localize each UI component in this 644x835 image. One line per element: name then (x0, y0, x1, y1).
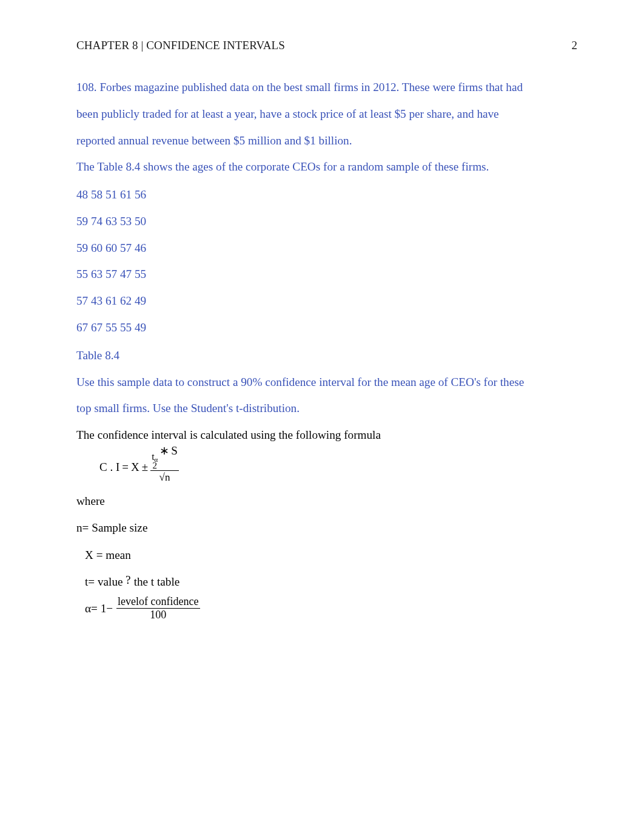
formula-alpha: α (155, 456, 158, 463)
confidence-interval-formula: C . I = X ± tα 2 ∗ S (76, 452, 577, 483)
intro-line-1: 108. Forbes magazine published data on t… (76, 74, 577, 101)
bottom-haze (0, 762, 644, 835)
alpha-numerator: levelof confidence (116, 596, 200, 609)
table-row: 55 63 57 47 55 (76, 261, 577, 288)
alpha-denominator: 100 (150, 609, 166, 621)
table-row: 57 43 61 62 49 (76, 288, 577, 314)
formula-lhs: C . I (99, 461, 119, 474)
formula-fraction: tα 2 ∗ S √n (150, 452, 179, 483)
formula-sqrt: √ (159, 472, 165, 483)
table-row: 48 58 51 61 56 (76, 181, 577, 208)
formula-n: n (165, 472, 170, 483)
page-number: 2 (572, 39, 578, 52)
def-t: t= value ¿ the t table (76, 569, 577, 595)
intro-line-3: reported annual revenue between $5 milli… (76, 127, 577, 154)
table-row: 59 74 63 53 50 (76, 208, 577, 235)
instruction-line-1: Use this sample data to construct a 90% … (76, 369, 577, 396)
def-t-suffix: the t table (131, 575, 179, 588)
intro-line-4: The Table 8.4 shows the ages of the corp… (76, 154, 577, 180)
formula-multiply: ∗ (159, 445, 169, 457)
formula-xbar: X (131, 461, 139, 474)
formula-pm: ± (142, 461, 148, 474)
table-label: Table 8.4 (76, 342, 577, 369)
table-row: 59 60 60 57 46 (76, 235, 577, 262)
intro-line-2: been publicly traded for at least a year… (76, 101, 577, 127)
formula-s: S (171, 445, 178, 457)
page-header-left: CHAPTER 8 | CONFIDENCE INTERVALS (76, 39, 285, 52)
where-label: where (76, 488, 577, 515)
alpha-label: α= 1− (85, 595, 113, 622)
def-x: X = mean (76, 542, 577, 569)
formula-intro: The confidence interval is calculated us… (76, 422, 577, 448)
formula-equals: = (122, 461, 129, 474)
def-t-prefix: t= value (85, 575, 126, 588)
data-table: 48 58 51 61 56 59 74 63 53 50 59 60 60 5… (76, 181, 577, 341)
inverted-question-icon: ¿ (126, 569, 131, 595)
def-n: n= Sample size (76, 515, 577, 541)
instruction-line-2: top small firms. Use the Student's t-dis… (76, 395, 577, 422)
def-alpha: α= 1− levelof confidence 100 (76, 595, 200, 622)
table-row: 67 67 55 55 49 (76, 314, 577, 341)
